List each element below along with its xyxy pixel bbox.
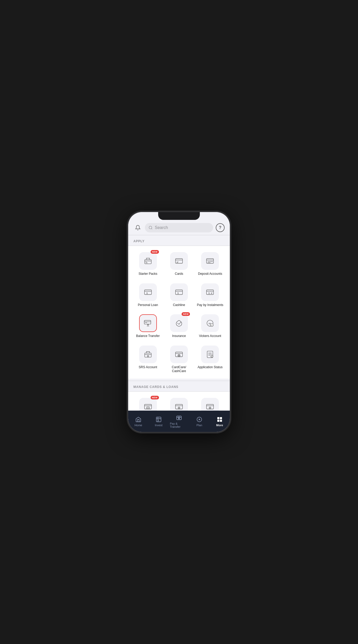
svg-text:×: × xyxy=(211,324,213,327)
vickers-account-label: Vickers Account xyxy=(199,334,221,338)
svg-rect-1 xyxy=(145,260,151,264)
svg-rect-32 xyxy=(175,404,182,409)
nav-item-invest[interactable]: $ Invest xyxy=(149,411,169,432)
menu-item-pay-by-instalments[interactable]: $ Pay by Instalments xyxy=(195,280,226,311)
svg-marker-45 xyxy=(199,418,200,420)
search-placeholder: Search xyxy=(155,225,168,230)
starter-packs-icon-wrap: NEW xyxy=(139,252,157,270)
svg-rect-8 xyxy=(175,290,182,295)
menu-item-balance-transfer[interactable]: Balance Transfer xyxy=(132,311,163,342)
personal-loan-icon-wrap: $ xyxy=(139,283,157,301)
svg-point-20 xyxy=(147,355,149,356)
help-icon[interactable]: ? xyxy=(216,223,225,232)
deposit-accounts-label: Deposit Accounts xyxy=(198,272,222,276)
home-icon xyxy=(135,416,141,423)
pay-by-instalments-icon-wrap: $ xyxy=(201,283,219,301)
vickers-account-icon-wrap: $¥ × xyxy=(201,314,219,332)
menu-item-manage-2[interactable] xyxy=(163,394,194,411)
notification-icon[interactable] xyxy=(133,223,142,232)
svg-rect-49 xyxy=(220,420,222,422)
manage-2-icon-wrap xyxy=(170,398,188,411)
balance-transfer-label: Balance Transfer xyxy=(136,334,160,338)
plan-icon xyxy=(196,416,202,423)
search-icon xyxy=(149,226,153,230)
svg-rect-36 xyxy=(207,404,214,409)
menu-item-manage-3[interactable] xyxy=(195,394,226,411)
phone-screen: Search ? APPLY NEW xyxy=(128,212,230,432)
svg-text:$: $ xyxy=(158,419,159,421)
starter-packs-label: Starter Packs xyxy=(139,272,157,276)
svg-text:$: $ xyxy=(208,292,210,295)
more-icon xyxy=(217,416,223,423)
menu-item-application-status[interactable]: Application Status xyxy=(195,342,226,377)
menu-item-insurance[interactable]: NEW Insurance xyxy=(163,311,194,342)
cards-label: Cards xyxy=(175,272,183,276)
insurance-badge: NEW xyxy=(182,312,190,316)
menu-item-cardcare-cashcare[interactable]: CardCare/ CashCare xyxy=(163,342,194,377)
svg-point-0 xyxy=(149,226,152,229)
insurance-icon-wrap: NEW xyxy=(170,314,188,332)
cards-icon-wrap xyxy=(170,252,188,270)
insurance-label: Insurance xyxy=(172,334,186,338)
invest-label: Invest xyxy=(155,424,162,427)
menu-item-starter-packs[interactable]: NEW Starter Packs xyxy=(132,248,163,280)
apply-section-title: APPLY xyxy=(128,235,230,246)
srs-account-label: SRS Account xyxy=(139,365,157,369)
cardcare-cashcare-label: CardCare/ CashCare xyxy=(165,365,193,373)
svg-rect-48 xyxy=(217,420,219,422)
menu-item-cards[interactable]: Cards xyxy=(163,248,194,280)
nav-item-plan[interactable]: Plan xyxy=(189,411,209,432)
manage-grid: NEW xyxy=(128,392,230,411)
application-status-icon-wrap xyxy=(201,346,219,363)
pay-transfer-label: Pay & Transfer xyxy=(170,422,188,428)
deposit-accounts-icon-wrap xyxy=(201,252,219,270)
more-label: More xyxy=(216,424,223,427)
menu-item-manage-1[interactable]: NEW xyxy=(132,394,163,411)
menu-item-personal-loan[interactable]: $ Personal Loan xyxy=(132,280,163,311)
cashline-label: Cashline xyxy=(173,303,185,307)
balance-transfer-icon-wrap xyxy=(139,314,157,332)
phone-frame: Search ? APPLY NEW xyxy=(128,212,230,432)
manage-3-icon-wrap xyxy=(201,398,219,411)
search-bar[interactable]: Search xyxy=(145,223,213,232)
cashline-icon-wrap: $ xyxy=(170,283,188,301)
notch xyxy=(158,212,200,220)
bottom-nav: Home $ Invest xyxy=(128,411,230,432)
svg-rect-5 xyxy=(144,290,151,295)
apply-grid: NEW Starter Packs xyxy=(128,246,230,379)
svg-rect-46 xyxy=(217,417,219,419)
manage-1-badge: NEW xyxy=(151,396,159,399)
cardcare-cashcare-icon-wrap xyxy=(170,346,188,363)
pay-by-instalments-label: Pay by Instalments xyxy=(197,303,223,307)
menu-item-srs-account[interactable]: SRS Account xyxy=(132,342,163,377)
manage-section-title: MANAGE CARDS & LOANS xyxy=(128,381,230,391)
personal-loan-label: Personal Loan xyxy=(138,303,158,307)
nav-item-pay-transfer[interactable]: Pay & Transfer xyxy=(169,411,189,432)
svg-rect-10 xyxy=(207,290,214,295)
menu-item-vickers-account[interactable]: $¥ × Vickers Account xyxy=(195,311,226,342)
plan-label: Plan xyxy=(196,424,202,427)
menu-item-deposit-accounts[interactable]: Deposit Accounts xyxy=(195,248,226,280)
starter-packs-badge: NEW xyxy=(151,250,159,254)
nav-item-home[interactable]: Home xyxy=(128,411,149,432)
manage-1-icon-wrap: NEW xyxy=(139,398,157,411)
pay-transfer-icon xyxy=(176,415,182,421)
invest-icon: $ xyxy=(156,416,162,423)
svg-rect-14 xyxy=(144,320,151,324)
svg-text:$: $ xyxy=(177,292,179,295)
nav-item-more[interactable]: More xyxy=(209,411,230,432)
scroll-content: APPLY NEW Starter Packs xyxy=(128,235,230,411)
svg-rect-47 xyxy=(220,417,222,419)
application-status-label: Application Status xyxy=(197,365,223,369)
menu-item-cashline[interactable]: $ Cashline xyxy=(163,280,194,311)
home-label: Home xyxy=(134,424,142,427)
svg-text:$: $ xyxy=(146,292,147,295)
srs-account-icon-wrap xyxy=(139,346,157,363)
svg-rect-2 xyxy=(175,259,182,263)
